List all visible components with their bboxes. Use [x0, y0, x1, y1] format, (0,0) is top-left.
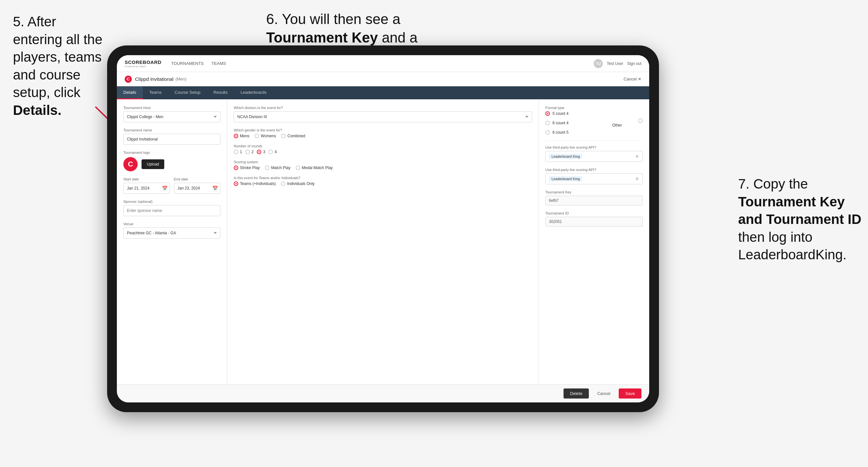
format-6count4-radio[interactable]	[545, 121, 550, 125]
brand-name: SCOREBOARD	[125, 59, 161, 65]
format-other-radio[interactable]	[638, 119, 643, 123]
teams-teams[interactable]: Teams (+Individuals)	[234, 181, 276, 186]
upload-button[interactable]: Upload	[142, 159, 164, 169]
rounds-group: Number of rounds 1 2 3	[234, 144, 532, 154]
teams-label: Is this event for Teams and/or Individua…	[234, 176, 532, 180]
teams-teams-label: Teams (+Individuals)	[240, 181, 276, 186]
tab-leaderboards[interactable]: Leaderboards	[234, 86, 273, 99]
rounds-2-radio[interactable]	[245, 150, 250, 154]
format-5count4-label: 5 count 4	[553, 111, 568, 116]
rounds-1[interactable]: 1	[234, 150, 242, 154]
gender-group: Which gender is the event for? Mens Wome…	[234, 128, 532, 138]
tablet-screen: SCOREBOARD Powered by clippd TOURNAMENTS…	[117, 55, 649, 402]
scoring-stroke-radio[interactable]	[234, 165, 238, 170]
tab-teams[interactable]: Teams	[143, 86, 168, 99]
brand-sub: Powered by clippd	[125, 65, 161, 68]
annotation-left-text1: 5. After entering all the players, teams…	[13, 14, 102, 100]
division-select[interactable]: NCAA Division III	[234, 111, 532, 122]
rounds-4-label: 4	[275, 150, 277, 154]
live-scoring-clear-2[interactable]: ✕	[635, 176, 639, 181]
format-5count4-radio[interactable]	[545, 111, 550, 116]
sponsor-label: Sponsor (optional)	[123, 199, 220, 204]
live-scoring-chip-2: Leaderboard King	[549, 176, 582, 181]
format-6count5-label: 6 count 5	[553, 130, 568, 135]
annotation-top-text1: 6. You will then see a	[266, 11, 400, 27]
delete-button[interactable]: Delete	[563, 388, 589, 399]
gender-womens-radio[interactable]	[254, 134, 259, 138]
tournament-id-input[interactable]	[545, 217, 643, 226]
gender-mens-radio[interactable]	[234, 134, 238, 138]
format-6count4: 6 count 4 Other	[545, 119, 643, 128]
rounds-4[interactable]: 4	[269, 150, 277, 154]
end-date-calendar-icon[interactable]: 📅	[212, 186, 218, 191]
footer-cancel-button[interactable]: Cancel	[592, 388, 616, 399]
teams-teams-radio[interactable]	[234, 181, 238, 186]
start-date-calendar-icon[interactable]: 📅	[162, 186, 167, 191]
tournament-name: Clippd Invitational	[135, 76, 173, 82]
teams-individuals[interactable]: Individuals Only	[281, 181, 314, 186]
sign-out-link[interactable]: Sign out	[627, 61, 642, 66]
teams-individuals-label: Individuals Only	[287, 181, 314, 186]
start-date-wrapper: 📅	[123, 183, 170, 194]
tournament-id-label: Tournament ID	[545, 211, 643, 215]
start-date-label: Start date	[123, 177, 170, 181]
live-scoring-input-1[interactable]: Leaderboard King ✕	[545, 151, 643, 162]
scoring-stroke[interactable]: Stroke Play	[234, 165, 260, 170]
format-6count5-radio[interactable]	[545, 130, 550, 135]
scoring-match-label: Match Play	[271, 165, 290, 170]
format-other-label: Other	[612, 123, 622, 128]
header-right: TU Test User Sign out	[594, 59, 642, 68]
live-scoring-group-2: Use third-party live scoring API? Leader…	[545, 168, 643, 184]
teams-individuals-radio[interactable]	[281, 181, 285, 186]
teams-radio-group: Teams (+Individuals) Individuals Only	[234, 181, 532, 186]
nav-tournaments[interactable]: TOURNAMENTS	[171, 60, 204, 67]
scoring-medal[interactable]: Medal Match Play	[296, 165, 333, 170]
venue-label: Venue	[123, 222, 220, 226]
rounds-2[interactable]: 2	[245, 150, 254, 154]
tournament-host-select[interactable]: Clippd College - Men	[123, 111, 220, 122]
scoring-match-radio[interactable]	[265, 165, 270, 170]
rounds-3-radio[interactable]	[257, 150, 261, 154]
format-label: Format type	[545, 106, 643, 110]
app-header: SCOREBOARD Powered by clippd TOURNAMENTS…	[117, 55, 649, 72]
scoring-medal-label: Medal Match Play	[302, 165, 333, 170]
divider-1	[545, 141, 643, 141]
tournament-key-input[interactable]	[545, 196, 643, 206]
format-6count4-label: 6 count 4	[553, 121, 568, 125]
nav-teams[interactable]: TEAMS	[212, 60, 226, 67]
annotation-right: 7. Copy the Tournament Key and Tournamen…	[738, 175, 862, 264]
rounds-radio-group: 1 2 3 4	[234, 150, 532, 154]
format-group: Format type 5 count 4 6 count 4 Other	[545, 106, 643, 135]
live-scoring-chip-1: Leaderboard King	[549, 154, 582, 159]
date-group: Start date 📅 End date 📅	[123, 177, 220, 194]
tournament-bar: C Clippd Invitational (Men) Cancel ✕	[117, 72, 649, 86]
gender-combined-label: Combined	[287, 134, 305, 138]
tab-results[interactable]: Results	[207, 86, 234, 99]
venue-select[interactable]: Peachtree GC - Atlanta - GA	[123, 227, 220, 239]
scoring-stroke-label: Stroke Play	[240, 165, 260, 170]
tab-details[interactable]: Details	[117, 86, 143, 99]
gender-combined[interactable]: Combined	[281, 134, 305, 138]
annotation-top-text2: and a	[378, 30, 417, 45]
tournament-name-input[interactable]	[123, 134, 220, 145]
rounds-3[interactable]: 3	[257, 150, 265, 154]
gender-womens[interactable]: Womens	[254, 134, 276, 138]
logo-circle: C	[123, 157, 137, 172]
scoring-match[interactable]: Match Play	[265, 165, 290, 170]
right-panel: Format type 5 count 4 6 count 4 Other	[539, 99, 649, 384]
live-scoring-input-2[interactable]: Leaderboard King ✕	[545, 173, 643, 184]
live-scoring-label-2: Use third-party live scoring API?	[545, 168, 643, 172]
live-scoring-clear-1[interactable]: ✕	[635, 154, 639, 159]
sponsor-input[interactable]	[123, 205, 220, 216]
save-button[interactable]: Save	[619, 388, 642, 399]
rounds-1-radio[interactable]	[234, 150, 238, 154]
tab-course-setup[interactable]: Course Setup	[168, 86, 207, 99]
live-scoring-label-1: Use third-party live scoring API?	[545, 145, 643, 149]
gender-combined-radio[interactable]	[281, 134, 286, 138]
gender-mens[interactable]: Mens	[234, 134, 249, 138]
scoring-medal-radio[interactable]	[296, 165, 300, 170]
rounds-4-radio[interactable]	[269, 150, 273, 154]
gender-mens-label: Mens	[240, 134, 249, 138]
annotation-top-bold1: Tournament Key	[266, 30, 378, 45]
cancel-tournament-button[interactable]: Cancel ✕	[624, 76, 642, 82]
